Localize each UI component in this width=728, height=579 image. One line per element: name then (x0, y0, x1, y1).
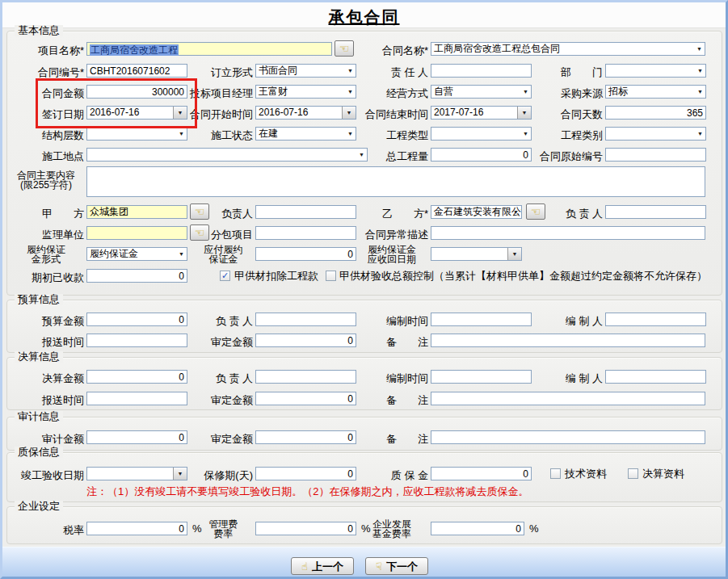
subproject-input[interactable] (255, 226, 356, 240)
previous-button[interactable]: ☝上一个 (291, 557, 354, 575)
mgmt-rate-label: 管理费 费率 (194, 519, 253, 539)
original-no-label: 合同原始编号 (525, 149, 603, 163)
total-control-checkbox[interactable] (326, 271, 336, 281)
tech-docs-checkbox[interactable] (550, 468, 561, 479)
responsible-input[interactable] (431, 64, 532, 78)
end-date-picker[interactable]: 2017-07-16▼ (431, 106, 532, 120)
audit-amount-input[interactable] (86, 430, 187, 444)
audit-remark-input[interactable] (431, 430, 705, 444)
total-quantity-input[interactable] (431, 148, 532, 162)
budget-responsible-label: 负 责 人 (194, 314, 253, 328)
party-a-input[interactable] (86, 205, 187, 219)
form-type-combo[interactable]: 书面合同▼ (255, 64, 356, 78)
final-amount-input[interactable] (86, 370, 187, 384)
chevron-down-icon: ▼ (347, 68, 353, 73)
group-warranty-info-label: 质保信息 (15, 447, 63, 458)
contract-amount-input[interactable] (86, 85, 187, 99)
budget-approved-label: 审定金额 (194, 335, 253, 349)
department-combo[interactable]: ▼ (605, 64, 706, 78)
final-remark-input[interactable] (431, 392, 705, 405)
project-name-input[interactable]: 工商局宿舍改造工程 (86, 42, 332, 56)
deduct-material-checkbox[interactable]: ✓ (220, 271, 230, 281)
supervisor-label: 监理单位 (8, 228, 84, 241)
party-a-label: 甲 方 (8, 207, 84, 220)
final-docs-checkbox-label: 决算资料 (642, 468, 684, 480)
final-maker-label: 编 制 人 (532, 371, 603, 385)
budget-time-input[interactable] (431, 313, 532, 326)
start-date-picker[interactable]: 2016-07-16▼ (255, 106, 356, 120)
procurement-combo[interactable]: 招标▼ (605, 85, 706, 99)
guarantee-form-combo[interactable]: 履约保证金▼ (86, 247, 187, 261)
group-audit-info-label: 审计信息 (15, 411, 63, 422)
form-type-label: 订立形式 (194, 65, 253, 79)
construction-status-combo[interactable]: 在建▼ (255, 127, 356, 141)
retention-label: 质 保 金 (362, 468, 428, 482)
check-icon: ✓ (221, 271, 229, 280)
abnormal-desc-input[interactable] (431, 226, 705, 240)
party-b-combo[interactable]: 金石建筑安装有限公司▼ (431, 205, 522, 219)
deduct-material-checkbox-label: 甲供材扣除工程款 (234, 270, 318, 282)
original-no-input[interactable] (605, 148, 706, 162)
chevron-down-icon: ▼ (697, 89, 703, 94)
budget-responsible-input[interactable] (255, 313, 356, 326)
calendar-dropdown-button[interactable]: ▼ (507, 248, 521, 260)
guarantee-return-date-picker[interactable]: ▼ (431, 247, 522, 261)
dev-fund-rate-input[interactable] (431, 522, 524, 535)
sign-date-picker[interactable]: 2016-07-16▼ (86, 106, 187, 120)
operation-mode-combo[interactable]: 自营▼ (431, 85, 532, 99)
budget-amount-input[interactable] (86, 313, 187, 326)
supervisor-input[interactable] (86, 226, 187, 240)
construction-status-label: 施工状态 (194, 128, 253, 142)
total-control-checkbox-label: 甲供材验收总额控制（当累计【材料甲供单】金额超过约定金额将不允许保存） (339, 270, 707, 282)
audit-approved-input[interactable] (255, 430, 356, 444)
budget-approved-input[interactable] (255, 334, 356, 347)
final-time-input[interactable] (431, 370, 532, 384)
initial-received-label: 期初已收款 (8, 271, 84, 284)
project-select-button[interactable]: ☜ (335, 40, 354, 57)
budget-remark-input[interactable] (431, 334, 705, 347)
final-maker-input[interactable] (605, 370, 706, 384)
final-approved-input[interactable] (255, 392, 356, 405)
budget-submit-input[interactable] (86, 334, 187, 347)
warranty-days-input[interactable] (255, 467, 356, 480)
final-submit-label: 报送时间 (8, 393, 84, 407)
budget-maker-input[interactable] (605, 313, 706, 326)
calendar-dropdown-button[interactable]: ▼ (342, 107, 356, 119)
tax-rate-input[interactable] (86, 522, 187, 535)
contract-days-label: 合同天数 (532, 107, 603, 121)
bid-manager-label: 投标项目经理 (184, 86, 253, 100)
completion-date-picker[interactable]: ▼ (86, 467, 187, 480)
bid-manager-combo[interactable]: 王富财▼ (255, 85, 356, 99)
next-button[interactable]: ☟下一个 (365, 557, 428, 575)
retention-input[interactable] (431, 467, 532, 480)
payable-guarantee-input[interactable] (255, 247, 356, 261)
party-b-select-button[interactable]: ☜ (526, 203, 545, 220)
calendar-dropdown-button[interactable]: ▼ (173, 468, 187, 480)
final-submit-input[interactable] (86, 392, 187, 405)
contract-no-input[interactable] (86, 64, 187, 78)
contract-days-input[interactable] (605, 106, 706, 120)
floors-combo[interactable]: ▼ (86, 127, 187, 141)
select-hand-icon: ☜ (339, 42, 350, 55)
chevron-down-icon: ▼ (523, 131, 528, 136)
final-docs-checkbox[interactable] (628, 468, 638, 479)
floors-label: 结构层数 (8, 128, 84, 142)
main-content-textarea[interactable] (86, 166, 705, 197)
procurement-label: 采购来源 (532, 86, 603, 100)
location-combo[interactable]: ▼ (86, 148, 368, 162)
project-type-combo[interactable]: ▼ (431, 127, 532, 141)
group-budget-info-label: 预算信息 (15, 294, 63, 305)
contract-no-label: 合同编号* (8, 65, 84, 79)
calendar-dropdown-button[interactable]: ▼ (517, 107, 531, 119)
party-a-responsible-input[interactable] (255, 205, 356, 219)
initial-received-input[interactable] (86, 269, 187, 283)
end-date-label: 合同结束时间 (356, 107, 428, 121)
final-responsible-input[interactable] (255, 370, 356, 384)
contract-name-combo[interactable]: 工商局宿舍改造工程总包合同▼ (431, 42, 705, 56)
select-hand-icon: ☜ (531, 205, 541, 218)
mgmt-rate-input[interactable] (255, 522, 356, 535)
party-b-responsible-input[interactable] (605, 205, 706, 219)
chevron-down-icon: ▼ (179, 131, 184, 136)
project-class-combo[interactable]: ▼ (605, 127, 706, 141)
budget-maker-label: 编 制 人 (532, 314, 603, 328)
